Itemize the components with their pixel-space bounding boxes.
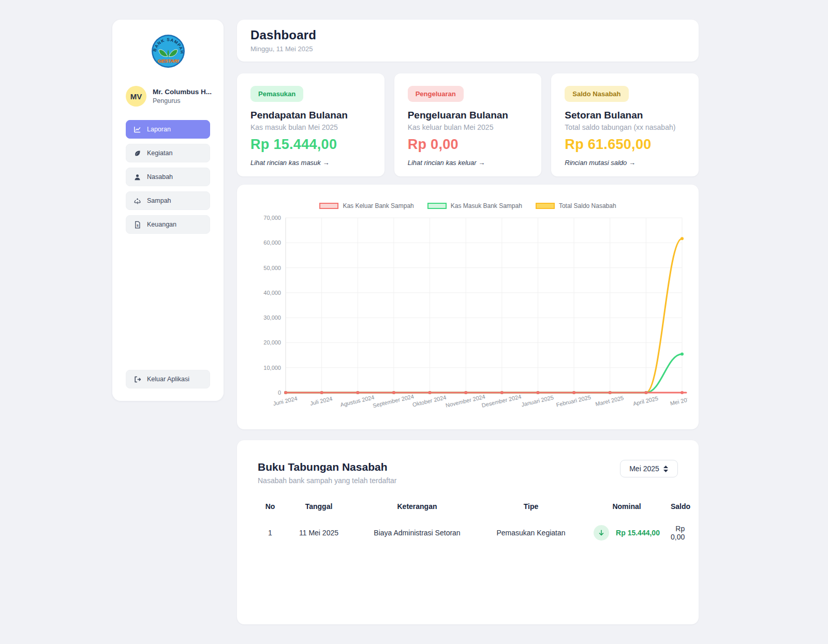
sidebar-item-kegiatan[interactable]: Kegiatan	[126, 144, 210, 162]
svg-text:10,000: 10,000	[263, 365, 281, 371]
col-keterangan: Keterangan	[355, 502, 479, 511]
page-date: Minggu, 11 Mei 2025	[250, 45, 685, 53]
row-saldo: Rp 0,00	[671, 525, 685, 541]
sidebar-item-label: Nasabah	[147, 173, 173, 181]
legend-label: Total Saldo Nasabah	[559, 202, 616, 209]
svg-text:Desember 2024: Desember 2024	[481, 393, 522, 408]
finance-file-icon: $	[134, 221, 141, 229]
svg-text:30,000: 30,000	[263, 314, 281, 321]
table-title: Buku Tabungan Nasabah	[258, 461, 678, 473]
row-tanggal: 11 Mei 2025	[283, 529, 355, 537]
svg-text:60,000: 60,000	[263, 239, 281, 246]
col-saldo: Saldo	[671, 502, 690, 511]
logo-bottom-text: GESTARI	[157, 58, 179, 64]
arrow-down-icon	[598, 529, 605, 536]
expense-title: Pengeluaran Bulanan	[408, 110, 528, 121]
svg-text:Februari 2025: Februari 2025	[555, 394, 591, 408]
logout-label: Keluar Aplikasi	[147, 376, 189, 383]
table-row[interactable]: 1 11 Mei 2025 Biaya Administrasi Setoran…	[258, 525, 678, 541]
sidebar: BANK SAMPAH GESTARI MV Mr. Columbus H...…	[112, 20, 224, 401]
sidebar-item-nasabah[interactable]: Nasabah	[126, 168, 210, 186]
svg-text:0: 0	[278, 390, 281, 396]
balance-amount: Rp 61.650,00	[565, 137, 685, 153]
col-nominal: Nominal	[583, 502, 671, 511]
savings-table-card: Buku Tabungan Nasabah Nasabah bank sampa…	[237, 440, 699, 624]
col-tipe: Tipe	[479, 502, 583, 511]
svg-text:Januari 2025: Januari 2025	[521, 394, 554, 408]
sidebar-item-label: Sampah	[147, 197, 171, 204]
svg-text:November 2024: November 2024	[445, 393, 486, 408]
svg-text:40,000: 40,000	[263, 290, 281, 296]
legend-label: Kas Keluar Bank Sampah	[343, 202, 413, 209]
svg-text:Maret 2025: Maret 2025	[595, 395, 624, 407]
legend-label: Kas Masuk Bank Sampah	[451, 202, 522, 209]
balance-title: Setoran Bulanan	[565, 110, 685, 121]
legend-item[interactable]: Kas Keluar Bank Sampah	[319, 202, 413, 209]
chart-line-icon	[134, 126, 141, 133]
leaf-icon	[134, 149, 141, 157]
period-selector[interactable]: Mei 2025	[620, 460, 678, 477]
svg-text:Oktober 2024: Oktober 2024	[412, 394, 447, 408]
row-nominal: Rp 15.444,00	[583, 525, 671, 541]
sidebar-menu: Laporan Kegiatan Nasabah Sampah	[126, 120, 210, 234]
chart-card: Kas Keluar Bank SampahKas Masuk Bank Sam…	[237, 185, 699, 429]
expense-badge: Pengeluaran	[408, 86, 464, 102]
balance-detail-link[interactable]: Rincian mutasi saldo →	[565, 159, 685, 167]
legend-swatch	[427, 203, 447, 209]
expense-amount: Rp 0,00	[408, 137, 528, 153]
period-value: Mei 2025	[629, 465, 659, 473]
page-header: Dashboard Minggu, 11 Mei 2025	[237, 20, 699, 62]
logout-icon	[134, 376, 141, 383]
income-subtitle: Kas masuk bulan Mei 2025	[250, 123, 371, 131]
balance-subtitle: Total saldo tabungan (xx nasabah)	[565, 123, 685, 131]
page-title: Dashboard	[250, 28, 685, 42]
svg-text:$: $	[137, 223, 139, 227]
savings-chart: 010,00020,00030,00040,00050,00060,00070,…	[248, 212, 687, 418]
svg-text:Juni 2024: Juni 2024	[273, 395, 298, 407]
expense-detail-link[interactable]: Lihat rincian kas keluar →	[408, 159, 528, 167]
deposit-direction-badge	[594, 525, 609, 541]
user-profile: MV Mr. Columbus H... Pengurus	[126, 86, 210, 107]
col-tanggal: Tanggal	[283, 502, 355, 511]
row-keterangan: Biaya Administrasi Setoran	[355, 529, 479, 537]
recycle-icon	[134, 197, 141, 205]
user-role: Pengurus	[153, 97, 212, 104]
user-name: Mr. Columbus H...	[153, 88, 212, 96]
app-logo: BANK SAMPAH GESTARI	[126, 34, 210, 68]
legend-item[interactable]: Total Saldo Nasabah	[536, 202, 616, 209]
expense-card: Pengeluaran Pengeluaran Bulanan Kas kelu…	[394, 73, 542, 176]
svg-text:Mei 2025: Mei 2025	[670, 395, 687, 407]
sidebar-item-keuangan[interactable]: $ Keuangan	[126, 215, 210, 234]
svg-text:September 2024: September 2024	[372, 393, 415, 409]
sort-arrows-icon	[663, 466, 669, 472]
sidebar-item-label: Kegiatan	[147, 149, 172, 157]
sidebar-item-label: Laporan	[147, 126, 171, 133]
legend-item[interactable]: Kas Masuk Bank Sampah	[427, 202, 522, 209]
legend-swatch	[536, 203, 555, 209]
row-tipe: Pemasukan Kegiatan	[479, 529, 583, 537]
income-amount: Rp 15.444,00	[250, 137, 371, 153]
svg-text:Juli 2024: Juli 2024	[309, 395, 333, 407]
income-detail-link[interactable]: Lihat rincian kas masuk →	[250, 159, 371, 167]
col-no: No	[258, 502, 283, 511]
balance-badge: Saldo Nasabah	[565, 86, 628, 102]
bank-sampah-logo-icon: BANK SAMPAH GESTARI	[151, 34, 185, 68]
main-content: Dashboard Minggu, 11 Mei 2025 Pemasukan …	[237, 20, 699, 624]
income-card: Pemasukan Pendapatan Bulanan Kas masuk b…	[237, 73, 385, 176]
nominal-amount: Rp 15.444,00	[616, 529, 660, 537]
sidebar-item-sampah[interactable]: Sampah	[126, 191, 210, 210]
person-icon	[134, 173, 141, 181]
summary-cards: Pemasukan Pendapatan Bulanan Kas masuk b…	[237, 73, 699, 176]
sidebar-item-laporan[interactable]: Laporan	[126, 120, 210, 139]
svg-text:20,000: 20,000	[263, 339, 281, 346]
svg-text:70,000: 70,000	[263, 215, 281, 221]
svg-text:April 2025: April 2025	[632, 395, 659, 407]
income-badge: Pemasukan	[250, 86, 303, 102]
svg-text:Agustus 2024: Agustus 2024	[339, 394, 375, 408]
svg-text:50,000: 50,000	[263, 265, 281, 271]
expense-subtitle: Kas keluar bulan Mei 2025	[408, 123, 528, 131]
balance-card: Saldo Nasabah Setoran Bulanan Total sald…	[551, 73, 699, 176]
income-title: Pendapatan Bulanan	[250, 110, 371, 121]
logout-button[interactable]: Keluar Aplikasi	[126, 370, 210, 388]
avatar: MV	[126, 86, 146, 107]
